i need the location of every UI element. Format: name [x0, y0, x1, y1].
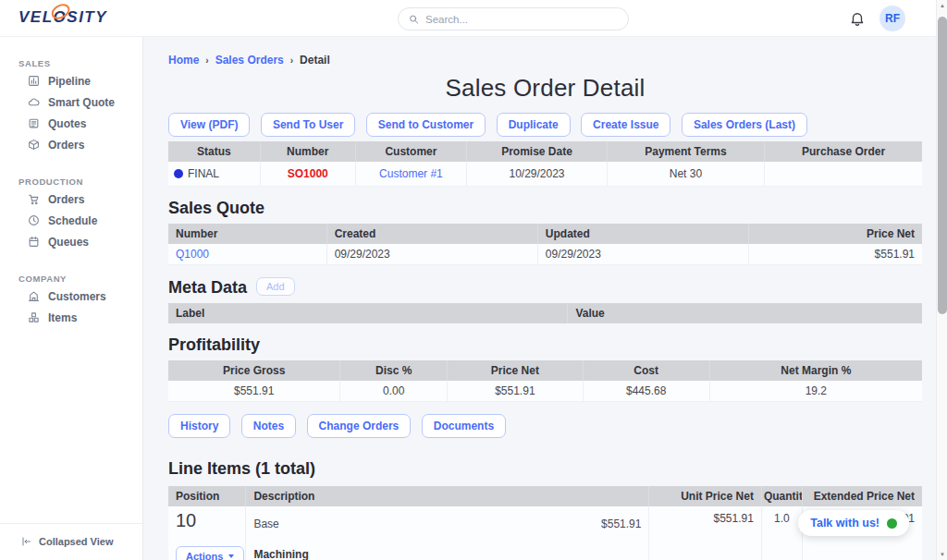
- customer-link[interactable]: Customer #1: [355, 162, 467, 187]
- meta-data-header-row: Label Value: [168, 303, 922, 323]
- global-search[interactable]: [398, 7, 629, 30]
- sidebar-item-items[interactable]: Items: [0, 307, 142, 328]
- col-purchase-order: Purchase Order: [765, 141, 922, 162]
- scrollbar-thumb[interactable]: [938, 17, 947, 314]
- base-price: $551.91: [601, 517, 641, 530]
- breadcrumb-separator: ›: [205, 55, 208, 66]
- search-input[interactable]: [425, 14, 618, 25]
- logo-o-swoosh: O: [54, 8, 68, 27]
- order-summary-row: FINAL SO1000 Customer #1 10/29/2023 Net …: [168, 162, 922, 187]
- sidebar-item-label: Queues: [48, 236, 89, 249]
- sidebar-item-customers[interactable]: Customers: [0, 286, 142, 307]
- collapse-sidebar-button[interactable]: Collapsed View: [0, 523, 142, 560]
- description-cell: Base $551.91 Machining QTY=1, MATERIAL=S…: [246, 506, 649, 560]
- base-price-line: Base $551.91: [253, 510, 641, 530]
- user-avatar[interactable]: RF: [879, 6, 905, 31]
- notes-button[interactable]: Notes: [241, 414, 296, 438]
- promise-date-cell: 10/29/2023: [467, 162, 608, 187]
- line-items-header-row: Position Description Unit Price Net Quan…: [168, 486, 922, 506]
- col-net-margin: Net Margin %: [709, 360, 922, 381]
- sidebar-nav: SALES Pipeline Smart Quote Quotes Orders…: [0, 37, 143, 560]
- send-to-user-button[interactable]: Send To User: [261, 113, 355, 137]
- sidebar-item-label: Smart Quote: [48, 96, 115, 109]
- history-button[interactable]: History: [168, 414, 230, 438]
- meta-data-table: Label Value: [168, 303, 922, 323]
- page-title: Sales Order Detail: [168, 74, 922, 103]
- price-gross-cell: $551.91: [168, 381, 340, 402]
- add-meta-data-button[interactable]: Add: [256, 277, 295, 296]
- sales-quote-heading: Sales Quote: [168, 199, 922, 218]
- order-status-cell: FINAL: [168, 162, 260, 187]
- col-value: Value: [568, 303, 922, 323]
- create-issue-button[interactable]: Create Issue: [581, 113, 670, 137]
- notifications-bell-icon[interactable]: [849, 10, 866, 27]
- scroll-down-arrow-icon[interactable]: ▼: [937, 552, 947, 557]
- duplicate-button[interactable]: Duplicate: [497, 113, 571, 137]
- sidebar-item-queues[interactable]: Queues: [0, 231, 142, 252]
- col-promise-date: Promise Date: [467, 141, 608, 162]
- breadcrumb-current: Detail: [300, 54, 330, 67]
- col-extended-price-net: Extended Price Net: [802, 486, 922, 506]
- building-icon: [28, 290, 40, 302]
- pipeline-icon: [28, 75, 40, 87]
- sales-orders-last-button[interactable]: Sales Orders (Last): [682, 113, 807, 137]
- line-item-actions-button[interactable]: Actions: [176, 546, 244, 560]
- documents-button[interactable]: Documents: [422, 414, 506, 438]
- order-number-cell: SO1000: [260, 162, 355, 187]
- status-dot-icon: [174, 169, 183, 178]
- sidebar-item-smart-quote[interactable]: Smart Quote: [0, 91, 142, 113]
- sidebar-item-schedule[interactable]: Schedule: [0, 210, 142, 231]
- sidebar-item-pipeline[interactable]: Pipeline: [0, 70, 142, 91]
- col-unit-price-net: Unit Price Net: [649, 486, 761, 506]
- sales-quote-header-row: Number Created Updated Price Net: [168, 224, 922, 244]
- col-status: Status: [168, 141, 260, 162]
- sidebar-item-production-orders[interactable]: Orders: [0, 189, 142, 210]
- price-net-cell: $551.91: [448, 381, 584, 402]
- main-content: Home › Sales Orders › Detail Sales Order…: [144, 37, 936, 560]
- quote-created-cell: 09/29/2023: [326, 244, 537, 265]
- send-to-customer-button[interactable]: Send to Customer: [366, 113, 486, 137]
- position-cell: 10 Actions: [168, 506, 246, 560]
- breadcrumb-sales-orders-link[interactable]: Sales Orders: [215, 54, 284, 67]
- col-number: Number: [260, 141, 355, 162]
- sales-quote-row: Q1000 09/29/2023 09/29/2023 $551.91: [168, 244, 922, 265]
- col-cost: Cost: [583, 360, 709, 381]
- sidebar-section-production: PRODUCTION: [18, 177, 142, 187]
- chat-launcher-button[interactable]: Talk with us!: [798, 510, 909, 536]
- order-summary-table: Status Number Customer Promise Date Paym…: [168, 141, 922, 187]
- col-price-gross: Price Gross: [168, 360, 340, 381]
- search-icon: [409, 14, 419, 25]
- profitability-heading: Profitability: [168, 335, 922, 355]
- cart-icon: [28, 193, 40, 205]
- online-status-dot: [887, 518, 897, 529]
- net-margin-cell: 19.2: [709, 381, 922, 402]
- disc-pct-cell: 0.00: [340, 381, 448, 402]
- payment-terms-cell: Net 30: [607, 162, 764, 187]
- col-created: Created: [326, 224, 537, 244]
- order-action-buttons: View (PDF) Send To User Send to Customer…: [168, 113, 922, 137]
- topbar-right-group: RF: [849, 0, 905, 37]
- purchase-order-cell: [765, 162, 922, 187]
- sidebar-item-sales-orders[interactable]: Orders: [0, 134, 142, 155]
- collapse-label: Collapsed View: [39, 536, 114, 547]
- line-items-heading: Line Items (1 total): [168, 459, 922, 479]
- breadcrumb-home-link[interactable]: Home: [168, 54, 199, 67]
- quote-number-link[interactable]: Q1000: [168, 244, 326, 265]
- col-payment-terms: Payment Terms: [607, 141, 764, 162]
- collapse-left-icon: [20, 536, 31, 547]
- position-number: 10: [176, 510, 238, 531]
- breadcrumb-separator: ›: [290, 55, 293, 66]
- view-pdf-button[interactable]: View (PDF): [168, 113, 250, 137]
- col-disc-pct: Disc %: [340, 360, 448, 381]
- top-header-bar: VELOSITY RF: [0, 0, 936, 37]
- page-scrollbar[interactable]: ▲ ▼: [936, 0, 947, 560]
- unit-price-net-cell: $551.91: [649, 506, 761, 560]
- sidebar-section-sales: SALES: [18, 58, 142, 68]
- calendar-icon: [28, 236, 40, 248]
- sidebar-item-quotes[interactable]: Quotes: [0, 113, 142, 134]
- change-orders-button[interactable]: Change Orders: [307, 414, 412, 438]
- status-badge: FINAL: [188, 167, 219, 180]
- scroll-up-arrow-icon[interactable]: ▲: [937, 3, 947, 8]
- velosity-logo[interactable]: VELOSITY: [18, 8, 107, 27]
- caret-down-icon: [228, 554, 234, 558]
